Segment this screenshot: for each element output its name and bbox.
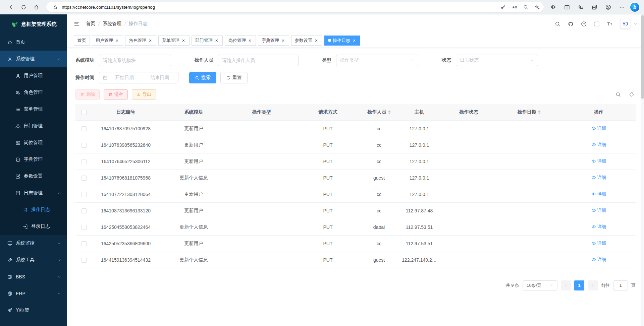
row-checkbox[interactable] bbox=[82, 192, 87, 197]
prev-page-button[interactable] bbox=[561, 280, 571, 290]
date-range-picker[interactable]: 开始日期 - 结束日期 bbox=[99, 72, 178, 83]
close-icon[interactable]: × bbox=[181, 38, 186, 43]
refresh-table-icon[interactable] bbox=[629, 92, 634, 97]
detail-link[interactable]: 详细 bbox=[591, 142, 606, 148]
tag-item[interactable]: 参数设置× bbox=[291, 36, 322, 46]
row-checkbox[interactable] bbox=[82, 143, 87, 148]
avatar-caret-icon[interactable] bbox=[634, 22, 637, 26]
tag-item[interactable]: 操作日志× bbox=[324, 36, 360, 46]
close-icon[interactable]: × bbox=[115, 38, 119, 43]
read-aloud-icon[interactable]: A bbox=[509, 3, 519, 11]
sidebar-item-tool[interactable]: 系统工具 bbox=[0, 252, 67, 268]
close-icon[interactable]: × bbox=[352, 38, 357, 43]
table-row[interactable]: 1641087313696133120更新用户PUTcc112.97.87.48… bbox=[75, 202, 636, 219]
sidebar-item-dict[interactable]: 字典管理 bbox=[0, 151, 67, 168]
column-header[interactable]: 操作日期 bbox=[496, 104, 562, 120]
toggle-search-icon[interactable] bbox=[615, 92, 621, 97]
fullscreen-icon[interactable] bbox=[594, 21, 600, 27]
extensions-icon[interactable] bbox=[548, 2, 559, 13]
page-1-button[interactable]: 1 bbox=[574, 280, 584, 290]
address-bar[interactable]: https://ccnetcore.com:1101/system/log/op… bbox=[46, 2, 544, 12]
sidebar-item-post[interactable]: 岗位管理 bbox=[0, 134, 67, 151]
reset-button[interactable]: 重置 bbox=[220, 72, 248, 83]
browser-refresh-button[interactable] bbox=[17, 1, 30, 13]
scrollbar-thumb[interactable] bbox=[641, 15, 644, 99]
module-input[interactable] bbox=[99, 55, 171, 66]
sidebar-toggle-icon[interactable] bbox=[74, 21, 80, 27]
sidebar-item-dept[interactable]: 部门管理 bbox=[0, 118, 67, 134]
sidebar-item-user[interactable]: 用户管理 bbox=[0, 67, 67, 84]
browser-profile-icon[interactable] bbox=[603, 2, 614, 13]
font-size-icon[interactable]: TT bbox=[607, 21, 613, 27]
help-icon[interactable]: ? bbox=[581, 21, 587, 27]
detail-link[interactable]: 详细 bbox=[591, 191, 606, 197]
table-row[interactable]: 1641076398565232640更新用户PUTcc127.0.0.1详细 bbox=[75, 137, 636, 153]
site-security-icon[interactable] bbox=[50, 3, 60, 11]
delete-button[interactable]: 删除 bbox=[75, 89, 100, 100]
sidebar-item-yiframe[interactable]: Yi框架 bbox=[0, 302, 67, 319]
favorites-icon[interactable] bbox=[575, 2, 586, 13]
sidebar-item-loginlog[interactable]: 登录日志 bbox=[0, 218, 67, 235]
add-favorite-icon[interactable] bbox=[532, 3, 542, 11]
row-checkbox[interactable] bbox=[82, 176, 87, 181]
table-row[interactable]: 1641077221303128064更新用户PUTcc127.0.0.1详细 bbox=[75, 186, 636, 202]
row-checkbox[interactable] bbox=[82, 241, 87, 246]
zoom-icon[interactable] bbox=[521, 3, 530, 11]
sidebar-item-operlog[interactable]: 操作日志 bbox=[0, 201, 67, 218]
tag-item[interactable]: 岗位管理× bbox=[225, 36, 256, 46]
header-search-icon[interactable] bbox=[555, 21, 560, 27]
search-button[interactable]: 搜索 bbox=[189, 72, 216, 83]
sort-icon[interactable] bbox=[388, 110, 391, 114]
copilot-icon[interactable]: b bbox=[630, 3, 639, 12]
browser-back-button[interactable] bbox=[5, 1, 17, 13]
type-select[interactable]: 操作类型 bbox=[336, 55, 418, 66]
detail-link[interactable]: 详细 bbox=[591, 207, 606, 213]
clear-button[interactable]: 清空 bbox=[104, 89, 128, 100]
table-row[interactable]: 1644159136394514432更新个人信息PUTguest122.247… bbox=[75, 252, 636, 268]
column-header[interactable]: 操作人员 bbox=[361, 104, 397, 120]
sidebar-item-home[interactable]: 首页 bbox=[0, 34, 67, 51]
export-button[interactable]: 导出 bbox=[132, 89, 156, 100]
row-checkbox[interactable] bbox=[82, 159, 87, 164]
status-select[interactable]: 日志状态 bbox=[456, 55, 538, 66]
detail-link[interactable]: 详细 bbox=[591, 240, 606, 246]
sidebar-item-monitor[interactable]: 系统监控 bbox=[0, 235, 67, 252]
github-icon[interactable] bbox=[568, 21, 574, 27]
browser-home-button[interactable] bbox=[30, 1, 42, 13]
close-icon[interactable]: × bbox=[148, 38, 153, 43]
table-row[interactable]: 1641076968181075968更新个人信息PUTguest127.0.0… bbox=[75, 170, 636, 186]
tag-item[interactable]: 首页 bbox=[74, 36, 90, 46]
table-row[interactable]: 1642505235366809600更新用户PUTcc112.97.53.51… bbox=[75, 235, 636, 252]
row-checkbox[interactable] bbox=[82, 208, 87, 213]
sidebar-item-system[interactable]: 系统管理 bbox=[0, 51, 67, 67]
table-row[interactable]: 1641076370975100928更新用户PUTcc127.0.0.1详细 bbox=[75, 120, 636, 137]
close-icon[interactable]: × bbox=[214, 38, 219, 43]
row-checkbox[interactable] bbox=[82, 225, 87, 230]
browser-menu-icon[interactable] bbox=[616, 2, 628, 13]
collections-icon[interactable] bbox=[589, 2, 600, 13]
detail-link[interactable]: 详细 bbox=[591, 175, 606, 181]
close-icon[interactable]: × bbox=[248, 38, 252, 43]
sidebar-item-role[interactable]: 角色管理 bbox=[0, 84, 67, 101]
sidebar-item-log[interactable]: 日志管理 bbox=[0, 185, 67, 201]
close-icon[interactable]: × bbox=[281, 38, 285, 43]
sidebar-item-erp[interactable]: ERP bbox=[0, 285, 67, 302]
page-size-select[interactable]: 10条/页 bbox=[523, 280, 557, 290]
sidebar-item-config[interactable]: 参数设置 bbox=[0, 168, 67, 185]
operator-input[interactable] bbox=[218, 55, 299, 66]
split-screen-icon[interactable] bbox=[561, 2, 573, 13]
tag-item[interactable]: 角色管理× bbox=[125, 36, 156, 46]
select-all-checkbox[interactable] bbox=[82, 110, 87, 115]
sidebar-item-bbs[interactable]: BBS bbox=[0, 268, 67, 285]
user-avatar[interactable]: YJ bbox=[620, 19, 630, 29]
row-checkbox[interactable] bbox=[82, 258, 87, 263]
detail-link[interactable]: 详细 bbox=[591, 257, 606, 263]
sort-icon[interactable] bbox=[538, 110, 541, 114]
detail-link[interactable]: 详细 bbox=[591, 224, 606, 230]
table-row[interactable]: 1641076465225306112更新用户PUTcc127.0.0.1详细 bbox=[75, 153, 636, 170]
page-scrollbar[interactable] bbox=[641, 14, 644, 326]
tag-item[interactable]: 用户管理× bbox=[92, 36, 123, 46]
detail-link[interactable]: 详细 bbox=[591, 125, 606, 131]
tag-item[interactable]: 部门管理× bbox=[192, 36, 223, 46]
next-page-button[interactable] bbox=[588, 280, 598, 290]
